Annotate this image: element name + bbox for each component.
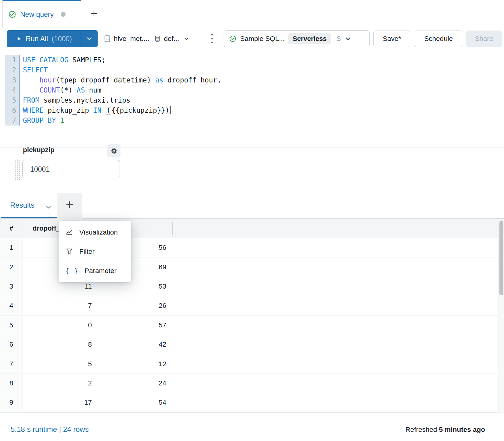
row-filler[interactable] [172, 316, 498, 335]
cell-dropoff-hour[interactable]: 17 [23, 393, 96, 412]
code-line-5[interactable]: 5FROM samples.nyctaxi.trips [5, 95, 221, 105]
table-row[interactable]: 5057 [0, 316, 498, 335]
catalog-name: hive_met.... [114, 35, 149, 43]
menu-item-parameter[interactable]: { } Parameter [59, 261, 131, 280]
unsaved-changes-dot [61, 12, 66, 17]
sql-editor[interactable]: 1USE CATALOG SAMPLES;2SELECT3 hour(tpep_… [5, 55, 221, 126]
row-filler[interactable] [172, 296, 498, 315]
menu-item-filter[interactable]: Filter [59, 242, 131, 261]
add-results-tab-button[interactable] [57, 193, 82, 219]
code-text: hour(tpep_dropoff_datetime) as dropoff_h… [20, 75, 221, 85]
row-filler[interactable] [172, 374, 498, 393]
cell-num[interactable]: 12 [96, 354, 172, 374]
row-filler[interactable] [172, 354, 498, 374]
runtime-rows-link[interactable]: 5.18 s runtime | 24 rows [11, 425, 89, 434]
query-saved-check-icon [8, 10, 16, 18]
row-filler[interactable] [172, 335, 498, 354]
menu-item-visualization[interactable]: Visualization [59, 223, 131, 242]
column-header-index[interactable]: # [0, 219, 23, 238]
line-number: 1 [5, 55, 20, 65]
status-footer: 5.18 s runtime | 24 rows Refreshed 5 min… [0, 413, 504, 441]
row-filler[interactable] [172, 257, 498, 277]
new-tab-button[interactable] [87, 7, 101, 20]
table-row[interactable]: 7512 [0, 354, 498, 374]
cell-num[interactable]: 26 [96, 296, 172, 315]
row-index[interactable]: 1 [0, 238, 23, 257]
code-line-1[interactable]: 1USE CATALOG SAMPLES; [5, 55, 221, 65]
results-chevron-down-icon[interactable] [45, 203, 52, 211]
table-row[interactable]: 4726 [0, 296, 498, 315]
menu-item-label: Filter [79, 248, 95, 256]
row-filler[interactable] [172, 277, 498, 296]
row-index[interactable]: 9 [0, 393, 23, 412]
code-text: GROUP BY 1 [20, 115, 64, 126]
cell-num[interactable]: 24 [96, 374, 172, 393]
cell-num[interactable]: 42 [96, 335, 172, 354]
parameter-value-input[interactable] [22, 160, 120, 178]
line-number: 5 [5, 95, 20, 105]
row-filler[interactable] [172, 238, 498, 257]
code-text: SELECT [20, 65, 48, 75]
vertical-scrollbar-track[interactable] [498, 219, 504, 413]
cell-dropoff-hour[interactable]: 7 [23, 296, 96, 315]
table-row[interactable]: 8224 [0, 374, 498, 393]
line-number: 7 [5, 115, 20, 126]
run-all-button[interactable]: Run All (1000) [7, 30, 81, 47]
schema-icon [154, 35, 161, 42]
code-line-7[interactable]: 7GROUP BY 1 [5, 115, 221, 126]
cell-num[interactable]: 57 [96, 316, 172, 335]
code-line-3[interactable]: 3 hour(tpep_dropoff_datetime) as dropoff… [5, 75, 221, 85]
add-tab-dropdown-menu: Visualization Filter { } Parameter [59, 221, 131, 282]
code-text: FROM samples.nyctaxi.trips [20, 95, 130, 105]
line-number: 6 [5, 105, 20, 115]
row-index[interactable]: 3 [0, 277, 23, 296]
line-number: 4 [5, 85, 20, 95]
cell-dropoff-hour[interactable]: 5 [23, 354, 96, 374]
column-resize-separator[interactable] [172, 222, 173, 235]
tab-bar: New query [0, 0, 504, 27]
row-filler[interactable] [172, 393, 498, 412]
serverless-badge: Serverless [288, 33, 331, 44]
share-button[interactable]: Share [466, 31, 502, 47]
warehouse-name: Sample SQL... [240, 35, 285, 43]
catalog-icon [103, 35, 111, 43]
code-line-2[interactable]: 2SELECT [5, 65, 221, 75]
row-index[interactable]: 8 [0, 374, 23, 393]
line-number: 2 [5, 65, 20, 75]
tab-title: New query [20, 10, 54, 19]
more-options-kebab-button[interactable] [207, 33, 217, 45]
tab-new-query[interactable]: New query [2, 0, 81, 27]
parameter-settings-button[interactable] [107, 144, 121, 157]
row-index[interactable]: 4 [0, 296, 23, 315]
catalog-schema-selector[interactable]: hive_met.... def... [103, 30, 190, 47]
cell-dropoff-hour[interactable]: 2 [23, 374, 96, 393]
table-row[interactable]: 91754 [0, 393, 498, 412]
table-row[interactable]: 6842 [0, 335, 498, 354]
filter-icon [65, 247, 74, 256]
cell-dropoff-hour[interactable]: 0 [23, 316, 96, 335]
code-line-6[interactable]: 6WHERE pickup_zip IN ({{pickupzip}}) [5, 105, 221, 115]
cell-dropoff-hour[interactable]: 8 [23, 335, 96, 354]
menu-item-label: Parameter [85, 267, 117, 275]
schedule-button[interactable]: Schedule [414, 31, 463, 47]
vertical-scrollbar-thumb[interactable] [499, 221, 503, 295]
line-number: 3 [5, 75, 20, 85]
warehouse-chevron-down-icon [344, 35, 352, 42]
run-options-dropdown[interactable] [81, 30, 98, 47]
tab-results[interactable]: Results [10, 201, 34, 210]
warehouse-selector[interactable]: Sample SQL... Serverless S [224, 30, 370, 47]
code-line-4[interactable]: 4 COUNT(*) AS num [5, 85, 221, 95]
row-index[interactable]: 6 [0, 335, 23, 354]
warehouse-running-check-icon [229, 35, 236, 42]
schema-name: def... [164, 35, 179, 43]
parameter-drag-handle[interactable] [15, 159, 20, 181]
save-button[interactable]: Save* [373, 31, 410, 47]
visualization-icon [65, 228, 74, 236]
cell-num[interactable]: 54 [96, 393, 172, 412]
context-chevron-down-icon [183, 35, 190, 42]
run-all-split-button: Run All (1000) [7, 30, 98, 47]
editor-params-divider [0, 147, 504, 148]
row-index[interactable]: 5 [0, 316, 23, 335]
row-index[interactable]: 7 [0, 354, 23, 374]
row-index[interactable]: 2 [0, 257, 23, 277]
